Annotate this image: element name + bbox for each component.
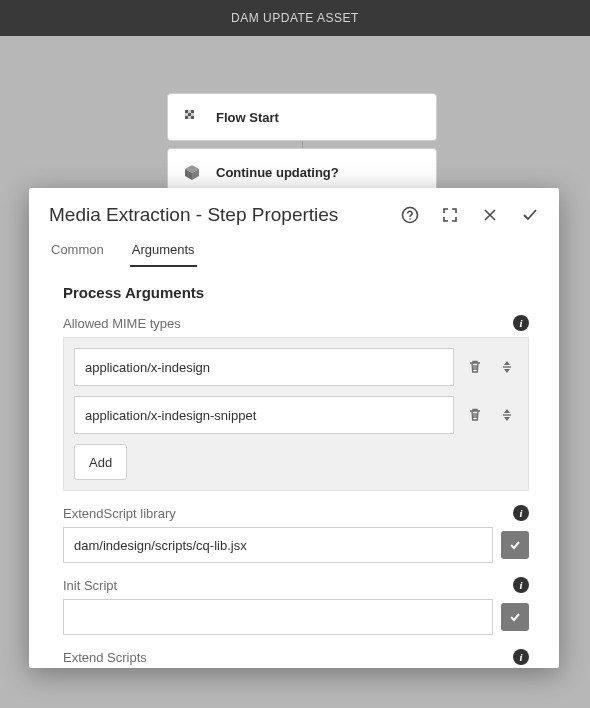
svg-rect-1 [188,110,191,113]
info-icon[interactable]: i [513,649,529,665]
init-script-input[interactable] [63,599,493,635]
info-icon[interactable]: i [513,315,529,331]
fullscreen-icon[interactable] [441,206,459,224]
help-icon[interactable] [401,206,419,224]
label-allowed-mime: Allowed MIME types i [63,315,529,331]
reorder-icon[interactable] [496,356,518,378]
extendscript-library-row [63,527,529,563]
svg-marker-19 [504,417,510,421]
trash-icon[interactable] [464,356,486,378]
dialog-actions [401,206,539,224]
svg-rect-18 [503,414,511,415]
mime-input[interactable] [74,396,454,434]
mime-input[interactable] [74,348,454,386]
svg-marker-16 [504,369,510,373]
dialog-title: Media Extraction - Step Properties [49,204,338,226]
node-label: Continue updating? [216,165,339,180]
workflow-node-flow-start[interactable]: Flow Start [167,93,437,141]
dialog-tabs: Common Arguments [29,236,559,268]
app-topbar: DAM UPDATE ASSET [0,0,590,36]
dialog-header: Media Extraction - Step Properties [29,188,559,236]
mime-row [74,348,518,386]
svg-rect-15 [503,366,511,367]
node-label: Flow Start [216,110,279,125]
svg-marker-14 [504,361,510,365]
svg-rect-6 [185,116,188,119]
step-properties-dialog: Media Extraction - Step Properties Commo… [29,188,559,668]
tab-common[interactable]: Common [49,236,106,267]
section-title: Process Arguments [63,284,529,301]
svg-marker-17 [504,409,510,413]
close-icon[interactable] [481,206,499,224]
flag-icon [182,107,202,127]
trash-icon[interactable] [464,404,486,426]
tab-arguments[interactable]: Arguments [130,236,197,267]
checkbox-checked-icon[interactable] [501,603,529,631]
svg-rect-5 [191,113,194,116]
info-icon[interactable]: i [513,577,529,593]
init-script-row [63,599,529,635]
svg-rect-0 [185,110,188,113]
svg-rect-2 [191,110,194,113]
mime-row [74,396,518,434]
svg-point-13 [409,218,411,220]
svg-rect-3 [185,113,188,116]
add-mime-button[interactable]: Add [74,444,127,480]
svg-rect-7 [188,116,191,119]
dialog-body: Process Arguments Allowed MIME types i [29,268,559,668]
label-extendscript-library: ExtendScript library i [63,505,529,521]
reorder-icon[interactable] [496,404,518,426]
label-extend-scripts: Extend Scripts i [63,649,529,665]
label-init-script: Init Script i [63,577,529,593]
app-title: DAM UPDATE ASSET [231,11,359,25]
box-icon [182,162,202,182]
allowed-mime-multifield: Add [63,337,529,491]
extendscript-library-input[interactable] [63,527,493,563]
svg-rect-4 [188,113,191,116]
checkbox-checked-icon[interactable] [501,531,529,559]
info-icon[interactable]: i [513,505,529,521]
svg-rect-8 [191,116,194,119]
confirm-icon[interactable] [521,206,539,224]
